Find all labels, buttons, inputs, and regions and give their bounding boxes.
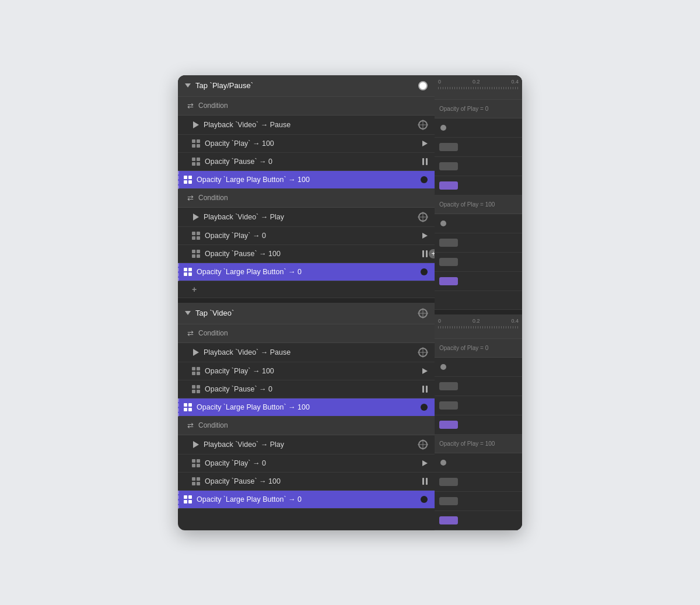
grid-icon-1-2	[192, 139, 200, 148]
action-row-1-4[interactable]: Opacity `Large Play Button` → 100	[178, 171, 435, 189]
cond-timeline-1: Opacity of Play = 0	[435, 100, 522, 118]
action-row-3-3[interactable]: Opacity `Pause` → 0	[178, 380, 435, 398]
action-right-3-4	[421, 404, 428, 411]
timeline-row-4-1	[435, 453, 522, 473]
pause-icon-2-3	[422, 250, 428, 257]
plus-icon-1: +	[192, 285, 197, 294]
action-row-2-3[interactable]: Opacity `Pause` → 100 +	[178, 245, 435, 263]
dot-icon-3-4	[421, 404, 428, 411]
action-text-1-3: Opacity `Pause` → 0	[205, 158, 272, 166]
interaction-header-1[interactable]: Tap `Play/Pause`	[178, 75, 435, 97]
left-panel: Tap `Play/Pause` ⇄ Condition Playback `V…	[178, 75, 435, 530]
ruler-label-04-1: 0.4	[511, 79, 519, 85]
tl-dot-4-1	[440, 460, 446, 466]
cond-timeline-2: Opacity of Play = 100	[435, 195, 522, 214]
tl-block-1-2	[439, 143, 458, 151]
timeline-row-3-4	[435, 415, 522, 435]
chevron-down-icon-1	[185, 83, 191, 88]
tl-block-3-4	[439, 421, 458, 429]
action-row-1-1[interactable]: Playback `Video` → Pause	[178, 116, 435, 135]
ruler-ticks-1	[438, 87, 519, 89]
action-left-3-2: Opacity `Play` → 100	[192, 367, 274, 375]
interaction-title-left-2: Tap `Video`	[185, 309, 234, 317]
interaction-title-left-1: Tap `Play/Pause`	[185, 81, 253, 90]
action-row-2-4[interactable]: Opacity `Large Play Button` → 0	[178, 263, 435, 281]
condition-label-2: Condition	[198, 194, 228, 202]
action-right-1-2	[422, 141, 428, 146]
action-row-4-4[interactable]: Opacity `Large Play Button` → 0	[178, 491, 435, 509]
grid-icon-2-4	[184, 268, 192, 276]
crosshair-icon-header-2	[418, 309, 428, 318]
timeline-row-1-1	[435, 118, 522, 138]
action-left-2-4: Opacity `Large Play Button` → 0	[184, 268, 302, 276]
action-left-1-2: Opacity `Play` → 100	[192, 139, 274, 148]
grid-icon-2-3	[192, 250, 200, 258]
action-row-4-2[interactable]: Opacity `Play` → 0	[178, 454, 435, 473]
dot-icon-1-4	[421, 176, 428, 183]
plus-badge-2-3[interactable]: +	[429, 249, 435, 258]
action-right-4-2	[422, 460, 428, 466]
action-text-2-3: Opacity `Pause` → 100	[205, 250, 281, 258]
dot-icon-2-4	[421, 268, 428, 275]
action-row-4-1[interactable]: Playback `Video` → Play	[178, 435, 435, 454]
tl-dot-3-1	[440, 364, 446, 370]
interaction-header-2[interactable]: Tap `Video`	[178, 303, 435, 324]
grid-icon-1-4	[184, 176, 192, 184]
action-row-1-3[interactable]: Opacity `Pause` → 0	[178, 153, 435, 171]
action-row-3-2[interactable]: Opacity `Play` → 100	[178, 362, 435, 380]
tl-block-4-3	[439, 497, 458, 505]
action-text-4-4: Opacity `Large Play Button` → 0	[197, 495, 302, 503]
condition-label-4: Condition	[198, 421, 228, 429]
timeline-row-4-3	[435, 492, 522, 511]
crosshair-icon-3-1	[418, 348, 428, 357]
cond-timeline-label-2: Opacity of Play = 100	[439, 201, 495, 208]
play-icon-1-1	[193, 121, 199, 128]
split-icon-4: ⇄	[187, 421, 194, 430]
ruler-label-02-2: 0.2	[473, 318, 480, 324]
interaction-title-2: Tap `Video`	[195, 309, 234, 317]
action-right-1-1	[418, 120, 428, 130]
action-left-2-2: Opacity `Play` → 0	[192, 232, 266, 240]
action-right-2-3: +	[422, 250, 428, 257]
toggle-icon-1[interactable]	[418, 81, 428, 90]
action-text-4-1: Playback `Video` → Play	[204, 440, 284, 449]
pause-icon-4-3	[422, 478, 428, 485]
play-btn-icon-4-2	[422, 460, 428, 466]
action-row-2-2[interactable]: Opacity `Play` → 0	[178, 227, 435, 245]
tl-dot-2-1	[440, 221, 446, 226]
pause-icon-1-3	[422, 158, 428, 165]
ruler-ticks-2	[438, 326, 519, 328]
play-btn-icon-1-2	[422, 141, 428, 146]
grid-icon-3-3	[192, 385, 200, 393]
action-right-3-1	[418, 348, 428, 357]
action-text-2-4: Opacity `Large Play Button` → 0	[197, 268, 302, 276]
play-icon-3-1	[193, 349, 199, 356]
ruler-numbers-1: 0 0.2 0.4	[438, 79, 519, 85]
timeline-row-2-1	[435, 214, 522, 233]
chevron-down-icon-2	[185, 311, 191, 315]
action-row-3-4[interactable]: Opacity `Large Play Button` → 100	[178, 398, 435, 417]
action-text-4-3: Opacity `Pause` → 100	[205, 477, 281, 485]
action-left-2-1: Playback `Video` → Play	[192, 213, 284, 221]
tl-block-2-2	[439, 239, 458, 247]
tl-block-2-3	[439, 258, 458, 266]
action-right-1-3	[422, 158, 428, 165]
action-left-2-3: Opacity `Pause` → 100	[192, 250, 281, 258]
timeline-row-4-4	[435, 511, 522, 530]
action-row-2-1[interactable]: Playback `Video` → Play	[178, 208, 435, 227]
action-row-1-2[interactable]: Opacity `Play` → 100	[178, 135, 435, 153]
condition-label-1: Condition	[198, 102, 228, 110]
action-row-3-1[interactable]: Playback `Video` → Pause	[178, 343, 435, 362]
action-left-4-2: Opacity `Play` → 0	[192, 459, 266, 467]
timeline-row-3-1	[435, 358, 522, 377]
condition-row-4: ⇄ Condition	[178, 417, 435, 435]
grid-icon-4-2	[192, 459, 200, 467]
grid-icon-3-4	[184, 403, 192, 411]
timeline-row-2-2	[435, 233, 522, 253]
action-row-4-3[interactable]: Opacity `Pause` → 100	[178, 473, 435, 491]
ruler-label-04-2: 0.4	[511, 318, 519, 324]
grid-icon-2-2	[192, 232, 200, 240]
timeline-row-2-3	[435, 253, 522, 272]
interaction-title-1: Tap `Play/Pause`	[195, 81, 253, 90]
add-row-1[interactable]: +	[178, 281, 435, 298]
